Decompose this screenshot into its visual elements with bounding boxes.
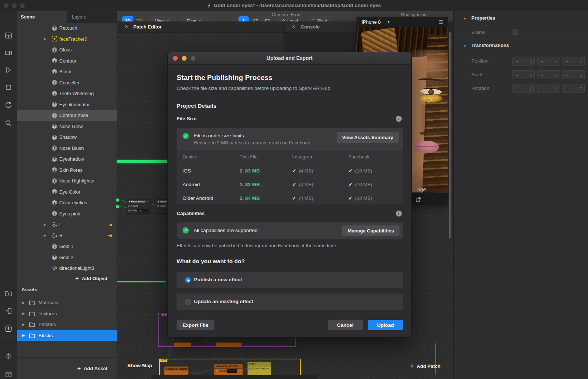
texture-value-field[interactable] bbox=[227, 369, 237, 373]
export-icon[interactable] bbox=[5, 325, 12, 332]
scene-layer-row[interactable]: ▶ Color eyelids ⇥ bbox=[17, 197, 117, 208]
scene-layer-row[interactable]: ▶ Nose Glow ⇥ bbox=[17, 121, 117, 132]
z-value-field[interactable]: –Z bbox=[562, 70, 585, 79]
scene-layer-row[interactable]: ▶ Contour ⇥ bbox=[17, 56, 117, 67]
green-port-dot[interactable] bbox=[116, 205, 119, 208]
console-tab[interactable]: Console bbox=[301, 24, 320, 30]
scene-layer-row[interactable]: ▶ Nose Blush ⇥ bbox=[17, 143, 117, 154]
scene-layer-row[interactable]: ▶ Contour nose ⇥ bbox=[17, 110, 117, 121]
scene-layer-row[interactable]: ▶ Shadow ⇥ bbox=[17, 132, 117, 143]
rotate-device-icon[interactable] bbox=[415, 195, 422, 203]
export-file-button[interactable]: Export File bbox=[177, 320, 214, 330]
jump-to-patch-icon[interactable]: ⇥ bbox=[107, 222, 112, 228]
play-icon[interactable] bbox=[5, 66, 12, 74]
scene-layer-row[interactable]: ▶ Conseller ⇥ bbox=[17, 77, 117, 88]
restart-icon[interactable] bbox=[5, 101, 12, 108]
scene-layer-row[interactable]: ▶ Blush ⇥ bbox=[17, 66, 117, 77]
view-dropdown[interactable]: View▼ bbox=[147, 16, 177, 21]
close-icon[interactable]: ✕ bbox=[292, 24, 295, 29]
bug-icon[interactable] bbox=[5, 352, 12, 360]
scene-layer-row[interactable]: ▶ L ⇥ bbox=[17, 219, 117, 230]
close-window-icon[interactable] bbox=[4, 3, 9, 8]
z-value-field[interactable]: –Z bbox=[562, 57, 585, 66]
manage-capabilities-button[interactable]: Manage Capabilities bbox=[342, 225, 400, 236]
info-icon[interactable]: i bbox=[396, 116, 402, 122]
scene-layer-row[interactable]: ▶ Nose Highlighter ⇥ bbox=[17, 175, 117, 187]
view-assets-summary-button[interactable]: View Assets Summary bbox=[337, 132, 399, 143]
cancel-button[interactable]: Cancel bbox=[328, 320, 363, 330]
y-value-field[interactable]: –Y bbox=[537, 70, 559, 79]
transformations-header[interactable]: Transformations bbox=[471, 43, 509, 48]
port-icon[interactable] bbox=[128, 209, 130, 212]
patch-editor-tab[interactable]: Patch Editor bbox=[133, 24, 162, 30]
port-icon[interactable] bbox=[248, 368, 251, 370]
edit-pencil-icon[interactable]: ✎ bbox=[236, 365, 238, 368]
chevron-down-icon[interactable]: ▼ bbox=[387, 20, 390, 24]
chevron-right-icon[interactable]: ▶ bbox=[22, 323, 25, 326]
scene-layer-row[interactable]: ▶ Gold 1 ⇥ bbox=[17, 241, 117, 252]
chevron-right-icon[interactable]: ▶ bbox=[44, 223, 46, 227]
visible-checkbox[interactable] bbox=[512, 29, 518, 35]
info-icon[interactable]: i bbox=[396, 211, 402, 217]
publish-new-option[interactable]: Publish a new effect bbox=[177, 272, 403, 288]
scene-layer-row[interactable]: ▶ Eye Color ⇥ bbox=[17, 187, 117, 198]
scale-tool-button[interactable] bbox=[262, 16, 273, 21]
add-patch-button[interactable]: + Add Patch bbox=[410, 363, 441, 369]
scene-layer-row[interactable]: ▶ Eye iluminator ⇥ bbox=[17, 99, 117, 110]
patch-node-fragment[interactable] bbox=[174, 342, 191, 347]
port-icon[interactable] bbox=[157, 205, 159, 207]
add-asset-bar[interactable]: + Add Asset bbox=[17, 357, 117, 379]
chevron-right-icon[interactable]: ▶ bbox=[44, 234, 46, 237]
upload-button[interactable]: Upload bbox=[368, 320, 403, 330]
rotate-tool-button[interactable] bbox=[250, 16, 261, 21]
green-wire-thin[interactable] bbox=[117, 281, 166, 282]
search-icon[interactable] bbox=[5, 120, 12, 127]
jump-to-patch-icon[interactable]: ⇥ bbox=[107, 232, 112, 238]
index-value-field[interactable]: 0 bbox=[138, 209, 148, 212]
asset-folder-row[interactable]: ▶ Textures bbox=[17, 308, 117, 319]
add-object-button[interactable]: Add Object bbox=[82, 276, 107, 281]
window-controls[interactable] bbox=[4, 3, 25, 8]
x-value-field[interactable]: –X bbox=[512, 70, 535, 79]
workspace-layout-icon[interactable] bbox=[5, 32, 12, 39]
port-icon[interactable] bbox=[128, 205, 130, 207]
tab-scene[interactable]: Scene bbox=[21, 11, 35, 23]
port-icon[interactable] bbox=[185, 372, 187, 375]
add-asset-button[interactable]: Add Asset bbox=[84, 366, 107, 371]
patch-node-fragment[interactable] bbox=[216, 342, 242, 347]
send-to-device-icon[interactable] bbox=[5, 307, 12, 315]
x-value-field[interactable]: –X bbox=[512, 84, 535, 93]
chevron-right-icon[interactable]: ▶ bbox=[22, 301, 25, 305]
y-value-field[interactable]: –Y bbox=[537, 84, 559, 93]
scene-layer-row[interactable]: ▶ R ⇥ bbox=[17, 230, 117, 241]
move-tool-button[interactable] bbox=[238, 16, 249, 21]
scene-layer-row[interactable]: ▶ directionalLight3 ⇥ bbox=[17, 263, 117, 274]
local-space-dropdown[interactable]: Local bbox=[275, 16, 304, 21]
collapse-triangle-icon[interactable]: ▼ bbox=[463, 17, 467, 21]
device-selector[interactable]: iPhone 8 bbox=[362, 19, 381, 25]
scene-layer-row[interactable]: ▶ faceTracker0 ⇥ bbox=[17, 34, 117, 45]
x-value-field[interactable]: –X bbox=[512, 57, 535, 66]
scene-layer-row[interactable]: ▶ Skin Pores ⇥ bbox=[17, 165, 117, 176]
chevron-right-icon[interactable]: ▶ bbox=[44, 37, 46, 41]
add-object-bar[interactable]: + Add Object bbox=[17, 273, 117, 284]
update-existing-option[interactable]: Update an existing effect bbox=[177, 294, 403, 310]
z-value-field[interactable]: –Z bbox=[562, 84, 585, 93]
filter-dropdown[interactable]: Filter▼ bbox=[179, 16, 209, 21]
patch-library-icon[interactable] bbox=[5, 371, 12, 378]
scene-layer-row[interactable]: ▶ Gloss ⇥ bbox=[17, 44, 117, 56]
radio-unselected-icon[interactable] bbox=[185, 299, 191, 305]
asset-folder-row[interactable]: ▶ Blocks bbox=[17, 330, 117, 341]
video-camera-icon[interactable] bbox=[5, 49, 12, 57]
port-icon[interactable] bbox=[215, 370, 217, 372]
add-folder-icon[interactable] bbox=[5, 289, 12, 297]
scene-layer-row[interactable]: ▶ Eyeshadow ⇥ bbox=[17, 154, 117, 165]
radio-selected-icon[interactable] bbox=[185, 277, 191, 283]
hamburger-menu-icon[interactable]: ☰ bbox=[439, 19, 444, 26]
mode-3d-button[interactable]: 3D bbox=[122, 16, 133, 21]
properties-header[interactable]: Properties bbox=[471, 15, 495, 21]
face-select-node[interactable]: ▾ Face Select Faces Index 0 bbox=[127, 199, 150, 213]
green-wire-thick[interactable] bbox=[117, 160, 167, 163]
asset-folder-row[interactable]: ▶ Materials bbox=[17, 297, 117, 308]
tab-layers[interactable]: Layers bbox=[67, 11, 117, 23]
